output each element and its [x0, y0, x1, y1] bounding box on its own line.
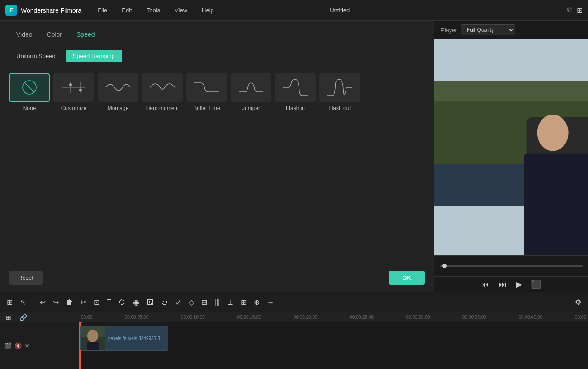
preset-montage-icon-box [98, 73, 138, 102]
menu-file[interactable]: File [95, 5, 110, 15]
video-placeholder [434, 39, 588, 255]
stop-button[interactable]: ⬛ [531, 279, 541, 289]
preset-montage-label: Montage [108, 105, 129, 111]
overlay-button[interactable]: ⊕ [251, 296, 262, 308]
audio-sync-button[interactable]: ↔ [265, 297, 276, 308]
svg-point-16 [87, 330, 98, 342]
layout-icon[interactable]: ⊞ [577, 6, 583, 14]
ruler-mark-4: 00:00:20:00 [294, 315, 318, 320]
preset-none-icon-box [9, 73, 50, 102]
preset-flash-in-label: Flash in [286, 105, 305, 111]
menu-help[interactable]: Help [199, 5, 217, 15]
track-icon-mute[interactable]: 🔇 [14, 342, 22, 349]
redo-button[interactable]: ↪ [51, 296, 61, 308]
timeline-toolbar: ⊞ ↖ ↩ ↪ 🗑 ✂ ⊡ T ⏱ ◉ 🖼 ⏲ ⤢ ◇ ⊟ ||| ⊥ ⊞ ⊕ … [0, 292, 588, 312]
player-progress-bar[interactable] [440, 265, 583, 267]
preset-bullet-time[interactable]: Bullet Time [186, 73, 227, 111]
preset-none[interactable]: None [9, 73, 50, 111]
preset-montage[interactable]: Montage [98, 73, 138, 111]
hero-moment-icon [147, 77, 178, 98]
cut-button[interactable]: ✂ [78, 296, 89, 308]
preset-flash-out-icon-box [319, 73, 360, 102]
tab-video[interactable]: Video [9, 26, 40, 43]
preset-customize-icon-box [53, 73, 94, 102]
split-audio-button[interactable]: ⊥ [225, 296, 236, 308]
menu-edit[interactable]: Edit [119, 5, 134, 15]
multi-select-button[interactable]: ⊞ [238, 296, 249, 308]
window-tile-icon[interactable]: ⧉ [567, 6, 572, 14]
undo-button[interactable]: ↩ [38, 296, 48, 308]
step-forward-frame-button[interactable]: ⏭ [498, 280, 507, 289]
subtab-uniform-speed[interactable]: Uniform Speed [9, 50, 63, 62]
video-preview [434, 39, 588, 255]
play-button[interactable]: ▶ [516, 279, 522, 289]
image-button[interactable]: 🖼 [144, 297, 156, 308]
app-name: Wondershare Filmora [21, 7, 81, 14]
preset-customize[interactable]: Customize [53, 73, 94, 111]
step-back-button[interactable]: ⏮ [481, 280, 489, 289]
preset-hero-moment[interactable]: Hero moment [142, 73, 183, 111]
svg-point-12 [537, 115, 569, 151]
player-controls: ⏮ ⏭ ▶ ⬛ [434, 276, 588, 292]
expand-button[interactable]: ⤢ [173, 296, 184, 308]
none-icon [14, 77, 45, 98]
preset-jumper[interactable]: Jumper [231, 73, 271, 111]
player-progress-handle[interactable] [442, 264, 447, 268]
track-area: pexels-fauxels-3249935-3840... [79, 322, 588, 369]
ok-button[interactable]: OK [389, 271, 425, 285]
tab-speed[interactable]: Speed [69, 26, 102, 43]
settings-button[interactable]: ⚙ [573, 296, 583, 308]
preset-customize-label: Customize [61, 105, 87, 111]
ruler-mark-0: 00:00 [81, 315, 92, 320]
preset-bullet-time-icon-box [186, 73, 227, 102]
project-title: Untitled [330, 7, 350, 14]
clip-thumbnail-image [81, 326, 105, 351]
track-icon-video[interactable]: 🎬 [5, 342, 12, 349]
select-tool-button[interactable]: ↖ [18, 296, 28, 308]
timer-button[interactable]: ⏱ [116, 297, 128, 308]
color-button[interactable]: ◉ [131, 296, 142, 308]
video-clip[interactable]: pexels-fauxels-3249935-3840... [80, 326, 168, 351]
timeline-ruler-row: ⊞ 🔗 00:00 00:00:05:00 00:00:10:00 00:00:… [0, 312, 588, 322]
preset-flash-out-label: Flash out [328, 105, 351, 111]
subtab-speed-ramping[interactable]: Speed Ramping [66, 50, 122, 62]
ruler-mark-3: 00:00:15:00 [237, 315, 261, 320]
delete-button[interactable]: 🗑 [64, 297, 76, 308]
timeline-gutter: ⊞ 🔗 [0, 312, 79, 322]
customize-icon [58, 77, 90, 98]
link-button[interactable]: 🔗 [17, 312, 29, 323]
ruler-mark-1: 00:00:05:00 [125, 315, 149, 320]
preset-flash-out[interactable]: Flash out [319, 73, 360, 111]
menu-view[interactable]: View [172, 5, 190, 15]
clip-thumbnail [81, 326, 105, 350]
preset-flash-in[interactable]: Flash in [275, 73, 316, 111]
right-panel: Player Full Quality Half Quality Quarter… [434, 21, 588, 292]
montage-icon [102, 77, 134, 98]
bullet-time-icon [191, 77, 223, 98]
flash-in-icon [280, 77, 311, 98]
menu-tools[interactable]: Tools [144, 5, 163, 15]
clip-label: pexels-fauxels-3249935-3840... [105, 336, 168, 341]
app-logo-icon: F [5, 5, 17, 16]
panel-footer: Reset OK [0, 264, 434, 292]
main-layout: Video Color Speed Uniform Speed Speed Ra… [0, 21, 588, 292]
tab-color[interactable]: Color [40, 26, 69, 43]
equalizer-button[interactable]: ⊟ [199, 296, 209, 308]
app-logo: F Wondershare Filmora [5, 5, 81, 16]
track-icon-eye[interactable]: 👁 [24, 342, 30, 349]
ruler-marks: 00:00 00:00:05:00 00:00:10:00 00:00:15:0… [81, 315, 586, 320]
playhead-head [79, 322, 82, 326]
crop-button[interactable]: ⊡ [91, 296, 102, 308]
waveform-button[interactable]: ||| [212, 297, 222, 308]
split-view-button[interactable]: ⊞ [5, 296, 15, 308]
text-button[interactable]: T [104, 297, 114, 308]
mask-button[interactable]: ◇ [186, 296, 196, 308]
ruler-mark-8: 00:00:40:00 [518, 315, 542, 320]
add-track-button[interactable]: ⊞ [4, 312, 14, 323]
ruler-mark-2: 00:00:10:00 [181, 315, 205, 320]
svg-line-1 [25, 83, 34, 92]
reset-button[interactable]: Reset [9, 271, 43, 285]
player-header: Player Full Quality Half Quality Quarter… [434, 21, 588, 39]
speed-button[interactable]: ⏲ [159, 297, 171, 308]
quality-select[interactable]: Full Quality Half Quality Quarter Qualit… [461, 24, 515, 35]
